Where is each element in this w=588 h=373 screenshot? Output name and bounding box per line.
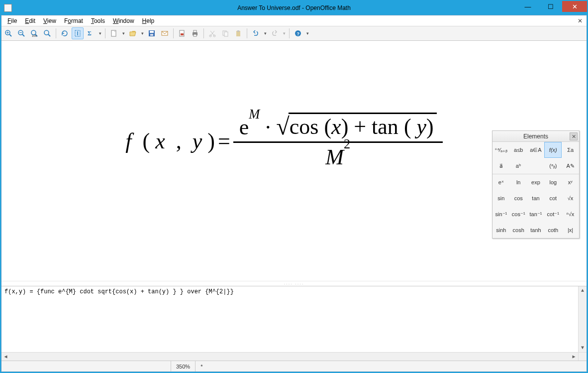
elements-panel[interactable]: Elements ✕ ⁺ᵃ⁄ₐ₊ᵦ a≤b a∈A f(x) Σa a⃗ aᵇ … (492, 130, 580, 239)
scroll-down-icon[interactable]: ▼ (579, 344, 587, 352)
sym-cosh[interactable]: cosh (510, 222, 527, 238)
new-button[interactable] (108, 27, 120, 39)
menu-tools[interactable]: Tools (87, 16, 109, 25)
elements-panel-close-button[interactable]: ✕ (570, 132, 578, 140)
separator (173, 28, 174, 38)
cat-attributes[interactable]: a⃗ (492, 158, 510, 174)
refresh-button[interactable] (59, 27, 71, 39)
cat-set-operations[interactable]: a∈A (527, 142, 545, 158)
cat-unary-binary[interactable]: ⁺ᵃ⁄ₐ₊ᵦ (492, 142, 510, 158)
sym-sinh[interactable]: sinh (492, 222, 510, 238)
minimize-button[interactable]: — (516, 1, 539, 12)
svg-rect-18 (150, 34, 153, 36)
save-button[interactable] (146, 27, 158, 39)
sym-log[interactable]: log (544, 174, 562, 190)
sym-asin[interactable]: sin⁻¹ (492, 206, 510, 222)
print-button[interactable] (189, 27, 201, 39)
svg-rect-23 (194, 30, 196, 32)
paste-button[interactable] (232, 27, 244, 39)
svg-rect-17 (150, 31, 154, 33)
fraction-bar (233, 141, 443, 143)
command-editor[interactable]: f(x,y) = {func e^{M} cdot sqrt{cos(x) + … (1, 286, 587, 361)
help-button[interactable]: ? (292, 27, 304, 39)
separator (105, 28, 105, 38)
sym-exp-e[interactable]: eˣ (492, 174, 510, 190)
cat-operators[interactable]: Σa (562, 142, 579, 158)
separator (247, 28, 247, 38)
equals: = (218, 128, 230, 154)
sym-nroot[interactable]: ⁿ√x (562, 206, 579, 222)
sym-exp[interactable]: exp (527, 174, 545, 190)
formula-display: f ( x , y ) = eM · √ cos (x) (125, 113, 442, 170)
sym-tan[interactable]: tan (527, 190, 545, 206)
open-dropdown[interactable]: ▾ (140, 31, 145, 36)
elements-category-grid: ⁺ᵃ⁄ₐ₊ᵦ a≤b a∈A f(x) Σa a⃗ aᵇ (ᵃᵦ) A✎ (492, 142, 579, 174)
mail-button[interactable] (159, 27, 171, 39)
status-modified: * (195, 361, 207, 372)
toolbar: 100 Σ ▾ ▾ ▾ ▾ ▾ ? ▾ (1, 26, 587, 41)
cut-button[interactable] (206, 27, 218, 39)
zoom-100-button[interactable]: 100 (28, 27, 40, 39)
scroll-left-icon[interactable]: ◀ (1, 353, 10, 361)
redo-dropdown[interactable]: ▾ (282, 31, 287, 36)
export-pdf-button[interactable] (176, 27, 188, 39)
svg-text:100: 100 (32, 34, 37, 37)
undo-dropdown[interactable]: ▾ (263, 31, 268, 36)
cat-others[interactable]: A✎ (562, 158, 579, 174)
sym-abs[interactable]: |x| (562, 222, 579, 238)
statusbar: 350% * (1, 361, 587, 372)
denominator: M2 (319, 144, 356, 170)
elements-button[interactable]: Σ (85, 27, 97, 39)
sym-cos[interactable]: cos (510, 190, 527, 206)
sym-acos[interactable]: cos⁻¹ (510, 206, 527, 222)
cat-functions[interactable]: f(x) (544, 142, 562, 158)
sym-cot[interactable]: cot (544, 190, 562, 206)
fraction: eM · √ cos (x) + tan ( y) (233, 113, 443, 170)
maximize-button[interactable]: ☐ (539, 1, 562, 12)
open-button[interactable] (127, 27, 139, 39)
vertical-scrollbar[interactable]: ▲ ▼ (578, 286, 587, 352)
zoom-in-button[interactable] (2, 27, 14, 39)
new-dropdown[interactable]: ▾ (121, 31, 126, 36)
numerator: eM · √ cos (x) + tan ( y) (233, 113, 443, 140)
menu-edit[interactable]: Edit (21, 16, 39, 25)
menu-format[interactable]: Format (60, 16, 87, 25)
svg-rect-28 (224, 32, 228, 36)
sym-power[interactable]: xʸ (562, 174, 579, 190)
sym-ln[interactable]: ln (510, 174, 527, 190)
sym-acot[interactable]: cot⁻¹ (544, 206, 562, 222)
copy-button[interactable] (219, 27, 231, 39)
zoom-out-button[interactable] (15, 27, 27, 39)
close-button[interactable]: ✕ (562, 1, 587, 12)
close-document-button[interactable]: ✕ (576, 16, 585, 25)
status-zoom[interactable]: 350% (171, 361, 195, 372)
sym-tanh[interactable]: tanh (527, 222, 545, 238)
cat-relations[interactable]: a≤b (510, 142, 527, 158)
menu-view[interactable]: View (39, 16, 60, 25)
zoom-fit-button[interactable] (41, 27, 53, 39)
window-controls: — ☐ ✕ (516, 1, 587, 12)
menu-help[interactable]: Help (138, 16, 159, 25)
splitter-grip[interactable]: ···· ···· (1, 281, 587, 286)
svg-rect-30 (237, 30, 239, 32)
scroll-right-icon[interactable]: ▶ (570, 353, 578, 361)
menu-window[interactable]: Window (109, 16, 138, 25)
scroll-up-icon[interactable]: ▲ (579, 286, 587, 295)
toolbar-dropdown-2[interactable]: ▾ (305, 31, 310, 36)
cat-blank (527, 158, 545, 174)
formula-render-area[interactable]: f ( x , y ) = eM · √ cos (x) (1, 41, 587, 281)
cat-brackets[interactable]: aᵇ (510, 158, 527, 174)
redo-button[interactable] (269, 27, 281, 39)
horizontal-scrollbar[interactable]: ◀ ▶ (1, 352, 578, 361)
sym-sqrt[interactable]: √x (562, 190, 579, 206)
sym-sin[interactable]: sin (492, 190, 510, 206)
sym-atan[interactable]: tan⁻¹ (527, 206, 545, 222)
cat-formats[interactable]: (ᵃᵦ) (544, 158, 562, 174)
toolbar-dropdown-1[interactable]: ▾ (98, 31, 102, 36)
menu-file[interactable]: File (3, 16, 21, 25)
elements-panel-title[interactable]: Elements ✕ (492, 131, 579, 142)
separator (203, 28, 204, 38)
undo-button[interactable] (250, 27, 262, 39)
formula-cursor-button[interactable] (72, 27, 84, 39)
sym-coth[interactable]: coth (544, 222, 562, 238)
